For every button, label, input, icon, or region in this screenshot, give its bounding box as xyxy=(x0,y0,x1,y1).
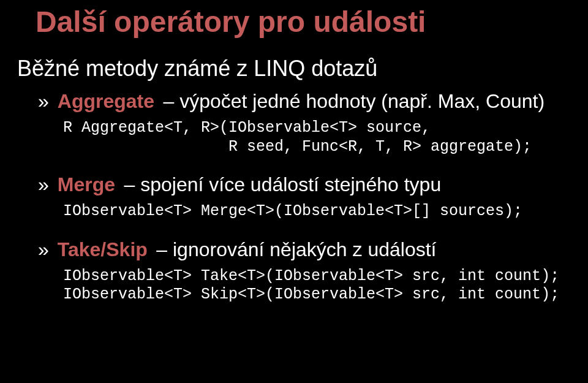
code-block-merge: IObservable<T> Merge<T>(IObservable<T>[]… xyxy=(63,202,571,221)
bullet-item-takeskip: » Take/Skip – ignorování nějakých z udál… xyxy=(17,238,571,305)
bullet-keyword: Aggregate xyxy=(58,90,154,112)
bullet-keyword: Take/Skip xyxy=(58,238,148,260)
bullet-desc: – ignorování nějakých z událostí xyxy=(156,238,436,260)
bullet-item-merge: » Merge – spojení více událostí stejného… xyxy=(17,173,571,221)
bullet-marker: » xyxy=(38,173,49,196)
bullet-marker: » xyxy=(38,90,49,113)
bullet-keyword: Merge xyxy=(58,173,115,195)
code-block-takeskip: IObservable<T> Take<T>(IObservable<T> sr… xyxy=(63,267,571,305)
slide-subtitle: Běžné metody známé z LINQ dotazů xyxy=(17,56,571,82)
slide-title: Další operátory pro události xyxy=(36,5,571,39)
bullet-desc: – výpočet jedné hodnoty (např. Max, Coun… xyxy=(164,90,545,112)
bullet-line: » Take/Skip – ignorování nějakých z udál… xyxy=(38,238,571,261)
bullet-marker: » xyxy=(38,238,49,261)
bullet-desc: – spojení více událostí stejného typu xyxy=(124,173,442,195)
bullet-line: » Aggregate – výpočet jedné hodnoty (nap… xyxy=(38,90,571,113)
bullet-line: » Merge – spojení více událostí stejného… xyxy=(38,173,571,196)
bullet-item-aggregate: » Aggregate – výpočet jedné hodnoty (nap… xyxy=(17,90,571,156)
code-block-aggregate: R Aggregate<T, R>(IObservable<T> source,… xyxy=(63,119,571,156)
